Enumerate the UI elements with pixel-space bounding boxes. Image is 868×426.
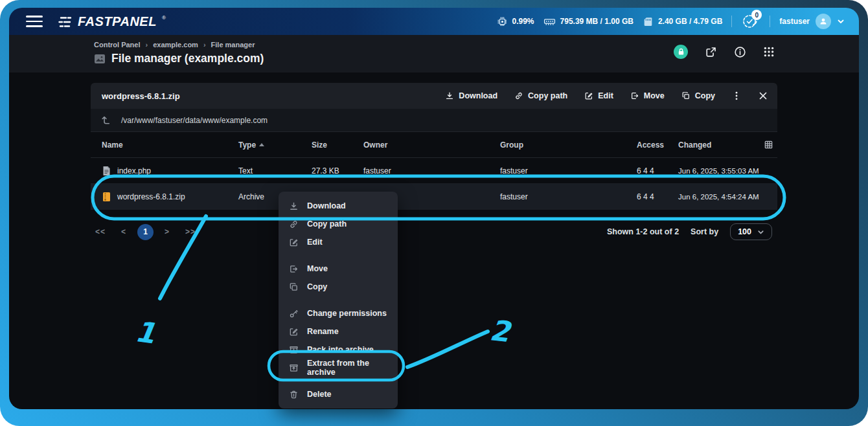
column-header-group[interactable]: Group [500, 140, 637, 150]
file-size: 27.3 KB [312, 166, 363, 175]
cpu-usage-value: 0.99% [512, 17, 534, 26]
more-actions-button[interactable] [732, 91, 741, 101]
column-header-owner[interactable]: Owner [363, 140, 500, 150]
download-label: Download [459, 91, 497, 100]
ram-usage-value: 795.39 MB / 1.00 GB [560, 17, 634, 26]
context-menu-item-copy-path[interactable]: Copy path [279, 215, 398, 233]
file-type: Text [238, 166, 312, 175]
user-menu[interactable]: fastuser [779, 14, 845, 29]
context-menu-item-change-permissions[interactable]: Change permissions [279, 304, 398, 322]
menu-label: Edit [307, 238, 323, 247]
move-button[interactable]: Move [630, 91, 665, 100]
first-page-button[interactable]: << [91, 225, 110, 239]
last-page-button[interactable]: >> [181, 225, 200, 239]
zip-archive-icon [102, 192, 111, 202]
context-menu-item-move[interactable]: Move [279, 260, 398, 278]
context-menu-item-download[interactable]: Download [279, 197, 398, 215]
move-label: Move [644, 91, 665, 100]
page-title: File manager (example.com) [111, 52, 264, 65]
copy-label: Copy [695, 91, 715, 100]
key-icon [289, 309, 299, 319]
selection-toolbar: wordpress-6.8.1.zip Download Copy path E… [91, 83, 777, 109]
content-area: Control Panel › example.com › File manag… [9, 35, 859, 409]
pager: << < 1 > >> [91, 224, 200, 240]
breadcrumb-item-control-panel[interactable]: Control Panel [94, 41, 141, 49]
file-owner: fastuser [363, 166, 500, 175]
text-file-icon [102, 166, 111, 176]
table-row-index-php[interactable]: index.php Text 27.3 KB fastuser fastuser… [91, 158, 777, 184]
context-menu-item-delete[interactable]: Delete [279, 385, 398, 403]
context-menu-item-extract-from-archive[interactable]: Extract from the archive [279, 359, 398, 377]
menu-label: Move [307, 264, 328, 273]
context-menu: Download Copy path Edit Move Copy Change… [279, 192, 398, 409]
menu-label: Delete [307, 390, 332, 399]
page-size-select[interactable]: 100 [730, 223, 772, 240]
download-icon [445, 91, 454, 100]
close-selection-button[interactable] [758, 91, 768, 101]
context-menu-item-rename[interactable]: Rename [279, 322, 398, 341]
move-icon [289, 264, 299, 274]
notifications-button[interactable]: 0 [741, 12, 760, 30]
context-menu-item-edit[interactable]: Edit [279, 233, 398, 251]
copy-path-button[interactable]: Copy path [514, 91, 567, 100]
lock-icon [678, 48, 685, 56]
file-changed: Jun 6, 2025, 4:54:24 AM [678, 193, 762, 201]
open-site-button[interactable] [705, 46, 717, 58]
fastpanel-logo-text: FASTPANEL [78, 14, 157, 29]
topbar-divider [731, 16, 732, 27]
edit-icon [584, 91, 593, 100]
pagination-row: << < 1 > >> Shown 1-2 out of 2 Sort by 1… [91, 220, 777, 243]
column-header-name[interactable]: Name [102, 140, 238, 150]
ram-icon [543, 17, 556, 27]
person-icon [819, 17, 828, 26]
external-link-icon [705, 46, 717, 58]
image-icon [94, 54, 106, 64]
breadcrumb-separator: › [146, 41, 148, 49]
chevron-down-icon [757, 229, 764, 236]
menu-toggle-button[interactable] [26, 16, 43, 27]
menu-label: Copy path [307, 219, 347, 229]
column-header-access[interactable]: Access [637, 140, 678, 150]
apps-grid-button[interactable] [763, 46, 775, 58]
disk-icon [643, 16, 654, 27]
menu-label: Copy [307, 282, 327, 291]
file-group: fastuser [500, 192, 637, 201]
security-status-button[interactable] [674, 45, 688, 59]
download-icon [289, 201, 299, 211]
grid-dots-icon [763, 46, 775, 58]
page-1-button[interactable]: 1 [137, 224, 154, 240]
table-row-wordpress-zip[interactable]: wordpress-6.8.1.zip Archive fastuser 6 4… [91, 184, 777, 210]
current-path[interactable]: /var/www/fastuser/data/www/example.com [121, 116, 268, 125]
avatar [816, 14, 831, 29]
go-up-directory-button[interactable] [100, 115, 111, 126]
file-name-cell: wordpress-6.8.1.zip [102, 192, 238, 202]
up-directory-icon [100, 115, 111, 126]
kebab-menu-icon [732, 91, 741, 101]
breadcrumb-item-domain[interactable]: example.com [153, 41, 198, 49]
link-icon [289, 219, 299, 229]
context-menu-item-pack-into-archive[interactable]: Pack into archive [279, 341, 398, 359]
column-header-type[interactable]: Type [238, 140, 312, 150]
next-page-button[interactable]: > [160, 225, 174, 239]
download-button[interactable]: Download [445, 91, 497, 100]
copy-path-label: Copy path [528, 91, 567, 100]
page-size-value: 100 [738, 227, 751, 236]
column-header-size[interactable]: Size [312, 140, 363, 150]
context-menu-item-copy[interactable]: Copy [279, 278, 398, 296]
topbar-right: 0.99% 795.39 MB / 1.00 GB 2.40 GB / 4.79… [497, 12, 860, 30]
copy-button[interactable]: Copy [681, 91, 715, 100]
info-button[interactable] [734, 46, 746, 58]
breadcrumb-item-file-manager[interactable]: File manager [211, 41, 255, 49]
pager-right: Shown 1-2 out of 2 Sort by 100 [607, 223, 772, 240]
column-settings-button[interactable] [764, 140, 777, 150]
file-name: index.php [117, 166, 151, 175]
column-header-changed[interactable]: Changed [678, 140, 762, 150]
selected-filename: wordpress-6.8.1.zip [102, 91, 180, 101]
fastpanel-logo[interactable]: FASTPANEL ® [57, 14, 166, 29]
prev-page-button[interactable]: < [117, 225, 131, 239]
file-manager-panel: wordpress-6.8.1.zip Download Copy path E… [91, 83, 777, 243]
chevron-down-icon [837, 17, 845, 25]
extract-archive-icon [289, 363, 299, 373]
menu-label: Change permissions [307, 309, 387, 318]
edit-button[interactable]: Edit [584, 91, 613, 100]
